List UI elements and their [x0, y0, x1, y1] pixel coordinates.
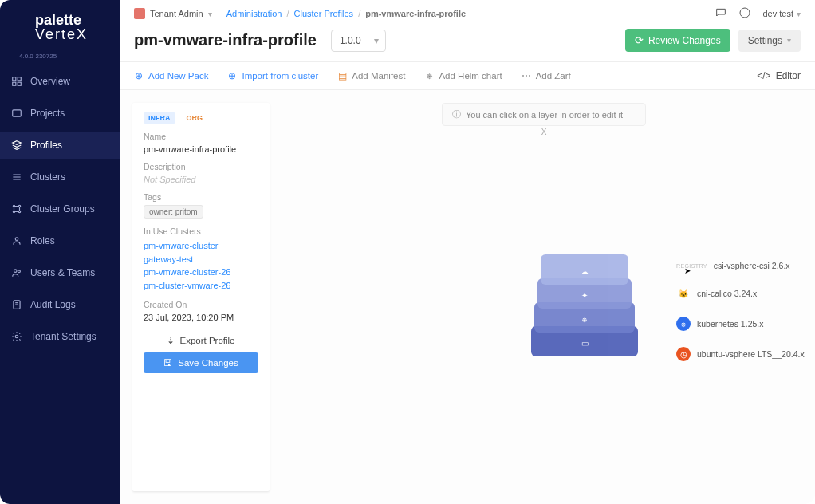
cluster-link[interactable]: gateway-test	[144, 253, 258, 266]
svg-rect-1	[18, 77, 21, 81]
settings-icon	[11, 331, 22, 342]
svg-point-11	[18, 211, 20, 212]
profile-detail-card: INFRA ORG Name pm-vmware-infra-profile D…	[132, 103, 270, 491]
cluster-link[interactable]: pm-vmware-cluster	[144, 239, 258, 253]
layer-name: csi-vsphere-csi 2.6.x	[714, 261, 815, 270]
nav-label: Tenant Settings	[30, 331, 96, 342]
save-changes-button[interactable]: 🖫 Save Changes	[144, 352, 258, 373]
tip-close-button[interactable]: X	[443, 128, 645, 136]
editor-button[interactable]: </> Editor	[757, 70, 801, 81]
cluster-groups-icon	[11, 203, 22, 215]
tool-label: Import from cluster	[242, 71, 318, 81]
nav-label: Roles	[30, 235, 55, 246]
content: INFRA ORG Name pm-vmware-infra-profile D…	[120, 90, 815, 504]
brand-sub: VerteX	[35, 26, 88, 42]
settings-label: Settings	[748, 35, 782, 46]
desc-label: Description	[144, 162, 258, 171]
tip-text: You can click on a layer in order to edi…	[466, 110, 623, 120]
ubuntu-icon: ◷	[676, 347, 691, 361]
review-label: Review Changes	[648, 35, 721, 46]
os-icon: ▭	[581, 339, 589, 348]
save-label: Save Changes	[178, 358, 238, 368]
tool-label: Add Manifest	[352, 71, 405, 81]
layer-row-os[interactable]: ◷ ubuntu-vsphere LTS__20.4.x OS	[676, 339, 815, 369]
editor-label: Editor	[776, 70, 801, 81]
nav-clusters[interactable]: Clusters	[0, 163, 120, 191]
svg-point-10	[13, 211, 14, 212]
svg-point-13	[14, 270, 18, 273]
layer-hex-storage[interactable]: ☁	[541, 254, 628, 285]
brand-name: palette	[35, 12, 81, 28]
export-label: Export Profile	[179, 336, 234, 345]
add-pack-button[interactable]: ⊕ Add New Pack	[134, 71, 208, 81]
tip-message: You can click on a layer in order to edi…	[442, 103, 646, 126]
nav-label: Profiles	[30, 140, 62, 151]
chat-icon[interactable]	[715, 6, 727, 21]
desc-value: Not Specified	[144, 175, 258, 184]
nav-roles[interactable]: Roles	[0, 227, 120, 254]
add-manifest-button[interactable]: ▤ Add Manifest	[337, 71, 405, 81]
roles-icon	[11, 235, 22, 246]
crumb-profiles[interactable]: Cluster Profiles	[294, 9, 354, 18]
nav-users-teams[interactable]: Users & Teams	[0, 259, 120, 286]
tenant-icon	[134, 8, 145, 19]
layer-row-storage[interactable]: REGISTRY csi-vsphere-csi 2.6.x Storage	[676, 253, 815, 278]
layer-name: ubuntu-vsphere LTS__20.4.x	[697, 349, 815, 359]
svg-rect-2	[13, 82, 16, 85]
nav-label: Projects	[30, 108, 65, 119]
kubernetes-icon: ⎈	[676, 317, 691, 331]
layer-name: kubernetes 1.25.x	[697, 319, 815, 329]
svg-point-8	[13, 205, 14, 207]
helm-icon: ⎈	[424, 71, 434, 81]
tool-label: Add New Pack	[148, 71, 208, 81]
nav-cluster-groups[interactable]: Cluster Groups	[0, 195, 120, 222]
tenant-dropdown-icon[interactable]: ▾	[208, 10, 212, 18]
export-profile-button[interactable]: ⇣ Export Profile	[144, 335, 258, 346]
name-value: pm-vmware-infra-profile	[144, 144, 258, 154]
layers-canvas: You can click on a layer in order to edi…	[285, 103, 802, 491]
file-icon: ▤	[337, 71, 347, 81]
tags-label: Tags	[144, 192, 258, 202]
layer-row-kubernetes[interactable]: ⎈ kubernetes 1.25.x Kubernetes	[676, 309, 815, 339]
settings-button[interactable]: Settings ▾	[738, 30, 801, 52]
clusters-label: In Use Clusters	[144, 226, 258, 236]
crumb-admin[interactable]: Administration	[226, 9, 282, 18]
audit-icon	[11, 299, 22, 310]
badge-infra: INFRA	[144, 112, 175, 124]
nav-audit-logs[interactable]: Audit Logs	[0, 291, 120, 318]
app-version: 4.0.0-230725	[0, 45, 120, 68]
layers-list: REGISTRY csi-vsphere-csi 2.6.x Storage 🐱…	[676, 253, 815, 369]
layer-row-network[interactable]: 🐱 cni-calico 3.24.x Network	[676, 278, 815, 309]
nav-label: Audit Logs	[30, 299, 76, 310]
layer-stack-visual: ☁ ✦ ⎈ ▭	[537, 254, 632, 366]
nav-label: Users & Teams	[30, 267, 95, 278]
nav-projects[interactable]: Projects	[0, 100, 120, 127]
tool-label: Add Helm chart	[439, 71, 502, 81]
svg-point-9	[18, 205, 20, 207]
cluster-link[interactable]: pm-vmware-cluster-26	[144, 266, 258, 279]
plus-circle-icon: ⊕	[134, 71, 144, 81]
cluster-link[interactable]: pm-cluster-vmware-26	[144, 279, 258, 293]
toolbar: ⊕ Add New Pack ⊕ Import from cluster ▤ A…	[120, 62, 815, 90]
version-select[interactable]: 1.0.0	[331, 30, 386, 52]
chevron-down-icon: ▾	[787, 36, 791, 45]
chevron-down-icon: ▾	[797, 10, 801, 18]
tenant-label: Tenant Admin	[150, 9, 203, 18]
nav-profiles[interactable]: Profiles	[0, 132, 120, 159]
zarf-icon: ⋯	[522, 71, 531, 81]
nav-overview[interactable]: Overview	[0, 68, 120, 95]
registry-label: REGISTRY	[676, 263, 707, 269]
nav-label: Overview	[30, 76, 70, 87]
badge-org: ORG	[182, 112, 208, 124]
svg-rect-4	[13, 110, 22, 116]
users-icon	[11, 267, 22, 278]
add-zarf-button[interactable]: ⋯ Add Zarf	[522, 71, 571, 81]
add-helm-button[interactable]: ⎈ Add Helm chart	[424, 71, 502, 81]
save-icon: 🖫	[163, 358, 173, 368]
import-cluster-button[interactable]: ⊕ Import from cluster	[227, 71, 318, 81]
review-changes-button[interactable]: Review Changes	[625, 29, 730, 52]
nav-tenant-settings[interactable]: Tenant Settings	[0, 323, 120, 350]
add-icon[interactable]	[738, 6, 751, 21]
svg-rect-0	[13, 77, 16, 81]
user-menu[interactable]: dev test ▾	[762, 9, 801, 18]
